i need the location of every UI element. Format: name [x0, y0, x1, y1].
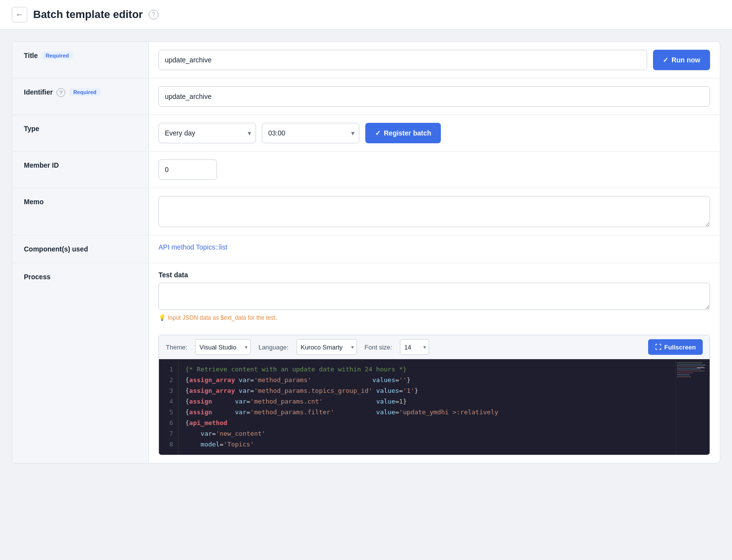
language-select[interactable]: Kuroco Smarty PHP HTML [297, 339, 357, 355]
process-label: Process [12, 263, 149, 463]
type-label: Type [12, 115, 149, 151]
minimize-icon[interactable]: — [694, 362, 708, 373]
title-row: Title Required ✓ Run now [12, 42, 720, 78]
process-field: Test data 💡 Input JSON data as $ext_data… [149, 263, 720, 463]
title-input[interactable] [158, 50, 647, 70]
question-icon: ? [152, 11, 156, 18]
back-button[interactable]: ← [12, 7, 27, 22]
test-data-hint: 💡 Input JSON data as $ext_data for the t… [158, 314, 710, 321]
member-id-input[interactable] [158, 159, 217, 180]
member-id-field [149, 152, 720, 188]
run-now-button[interactable]: ✓ Run now [653, 50, 710, 70]
type-label-text: Type [24, 125, 40, 133]
memo-textarea[interactable] [158, 196, 710, 227]
process-label-text: Process [24, 273, 50, 281]
code-line-7: var='new_content' [185, 428, 669, 439]
check-icon-register: ✓ [375, 129, 381, 137]
register-batch-button[interactable]: ✓ Register batch [365, 123, 441, 143]
components-row: Component(s) used API method Topics::lis… [12, 235, 720, 263]
code-line-3: {assign_array var='method_params.topics_… [185, 386, 669, 396]
main-content: Title Required ✓ Run now Identifier ? Re… [0, 30, 732, 475]
member-id-label: Member ID [12, 152, 149, 188]
code-minimap [675, 359, 710, 455]
title-required-badge: Required [42, 52, 73, 59]
fullscreen-icon: ⛶ [655, 344, 661, 351]
code-editor-container: Theme: Visual Studio Monokai GitHub Lang… [158, 335, 710, 455]
process-row: Process Test data 💡 Input JSON data as $… [12, 263, 720, 463]
memo-field [149, 188, 720, 235]
page-help-icon[interactable]: ? [149, 10, 158, 19]
fontsize-select[interactable]: 12 13 14 16 [400, 339, 429, 355]
theme-select-wrap: Visual Studio Monokai GitHub [195, 339, 251, 355]
language-label: Language: [258, 344, 288, 351]
code-line-8: model='Topics' [185, 439, 669, 450]
identifier-row: Identifier ? Required [12, 78, 720, 115]
type-select[interactable]: Every day Every hour Every week Every mo… [158, 123, 256, 143]
code-line-5: {assign var='method_params.filter' value… [185, 407, 669, 418]
memo-row: Memo [12, 188, 720, 235]
language-select-wrap: Kuroco Smarty PHP HTML [297, 339, 357, 355]
code-line-2: {assign_array var='method_params' values… [185, 375, 669, 386]
page-title: Batch template editor [33, 8, 143, 21]
time-select[interactable]: 03:00 00:00 01:00 02:00 04:00 [262, 123, 359, 143]
components-field: API method Topics::list [149, 235, 720, 263]
line-numbers: 1 2 3 4 5 6 7 8 [159, 359, 178, 455]
fullscreen-label: Fullscreen [664, 344, 696, 351]
identifier-label: Identifier ? Required [12, 78, 149, 115]
line-3: 3 [159, 386, 178, 396]
back-icon: ← [16, 10, 23, 19]
time-select-wrap: 03:00 00:00 01:00 02:00 04:00 [262, 123, 359, 143]
type-select-wrap: Every day Every hour Every week Every mo… [158, 123, 256, 143]
lightbulb-icon: 💡 [158, 314, 166, 321]
line-4: 4 [159, 396, 178, 407]
components-label: Component(s) used [12, 235, 149, 263]
member-id-label-text: Member ID [24, 161, 59, 169]
member-id-row: Member ID [12, 152, 720, 188]
line-7: 7 [159, 428, 178, 439]
identifier-field [149, 78, 720, 115]
code-line-4: {assign var='method_params.cnt' value=1} [185, 396, 669, 407]
memo-label: Memo [12, 188, 149, 235]
fontsize-select-wrap: 12 13 14 16 [400, 339, 429, 355]
type-dropdowns: Every day Every hour Every week Every mo… [158, 123, 710, 143]
memo-label-text: Memo [24, 198, 43, 206]
identifier-label-text: Identifier [24, 88, 53, 96]
code-line-6: {api_method [185, 418, 669, 428]
code-line-1: {* Retrieve content with an update date … [185, 364, 669, 375]
line-5: 5 [159, 407, 178, 418]
code-content[interactable]: {* Retrieve content with an update date … [178, 359, 675, 455]
page-header: ← Batch template editor ? [0, 0, 732, 30]
type-row: Type Every day Every hour Every week Eve… [12, 115, 720, 152]
code-area: 1 2 3 4 5 6 7 8 {* Retrieve content with… [159, 359, 710, 455]
identifier-required-badge: Required [69, 88, 100, 96]
theme-select[interactable]: Visual Studio Monokai GitHub [195, 339, 251, 355]
line-8: 8 [159, 439, 178, 450]
editor-toolbar: Theme: Visual Studio Monokai GitHub Lang… [159, 335, 710, 359]
components-value: API method Topics::list [158, 243, 227, 251]
line-2: 2 [159, 375, 178, 386]
theme-label: Theme: [166, 344, 187, 351]
title-field: ✓ Run now [149, 42, 720, 78]
fullscreen-button[interactable]: ⛶ Fullscreen [648, 339, 703, 355]
title-label-text: Title [24, 52, 38, 59]
line-1: 1 [159, 364, 178, 375]
identifier-help-icon[interactable]: ? [57, 88, 65, 97]
test-data-textarea[interactable] [158, 283, 710, 310]
type-field: Every day Every hour Every week Every mo… [149, 115, 720, 151]
fontsize-label: Font size: [365, 344, 392, 351]
check-icon: ✓ [663, 56, 669, 64]
run-now-label: Run now [672, 56, 700, 64]
test-data-label: Test data [158, 271, 710, 279]
identifier-input[interactable] [158, 86, 710, 107]
line-6: 6 [159, 418, 178, 428]
test-data-section: Test data 💡 Input JSON data as $ext_data… [158, 271, 710, 321]
hint-text-content: Input JSON data as $ext_data for the tes… [168, 314, 277, 321]
components-label-text: Component(s) used [24, 245, 88, 253]
form-card: Title Required ✓ Run now Identifier ? Re… [12, 41, 720, 463]
register-batch-label: Register batch [384, 129, 431, 137]
title-label: Title Required [12, 42, 149, 78]
